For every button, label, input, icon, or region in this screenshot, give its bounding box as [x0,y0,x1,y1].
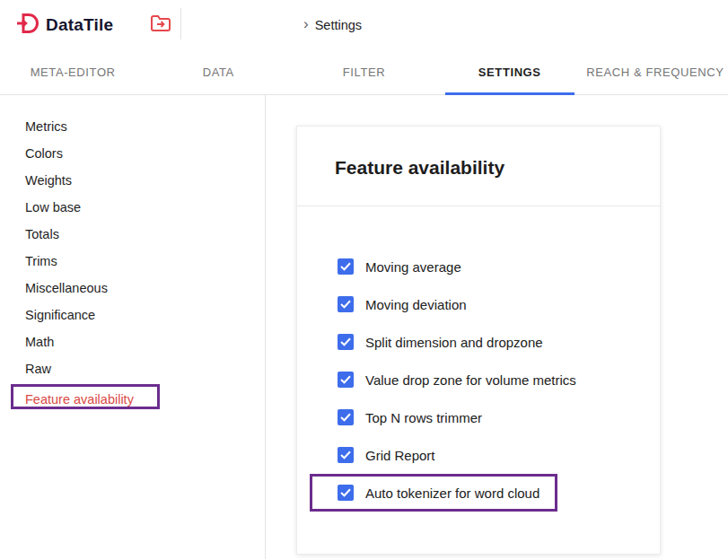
sidebar-item-feature-availability[interactable]: Feature availability [11,384,160,409]
checkbox-label[interactable]: Moving deviation [365,297,467,312]
brand-name: DataTile [46,15,113,35]
sidebar-item-trims[interactable]: Trims [0,248,265,275]
tab-reach-frequency[interactable]: REACH & FREQUENCY [583,49,728,94]
tab-filter[interactable]: FILTER [291,49,436,94]
breadcrumb: › Settings [303,0,362,49]
tab-meta-editor[interactable]: META-EDITOR [0,49,145,94]
card-title: Feature availability [297,127,660,206]
checkbox-label[interactable]: Top N rows trimmer [365,410,482,425]
check-icon [340,337,351,346]
tab-data[interactable]: DATA [145,49,291,94]
content-area: Metrics Colors Weights Low base Totals T… [0,95,728,559]
feature-checkbox-list: Moving average Moving deviation Split di… [297,206,660,512]
tab-settings[interactable]: SETTINGS [437,49,583,94]
tab-bar: META-EDITOR DATA FILTER SETTINGS REACH &… [0,49,728,95]
header-divider [180,8,181,39]
checkbox-checked[interactable] [338,409,354,425]
sidebar-item-low-base[interactable]: Low base [0,194,265,221]
sidebar-item-colors[interactable]: Colors [0,140,265,167]
checkbox-label[interactable]: Grid Report [365,448,435,463]
feature-availability-card: Feature availability Moving average Movi… [296,126,661,555]
checkbox-label[interactable]: Split dimension and dropzone [365,335,543,350]
breadcrumb-settings[interactable]: Settings [315,18,362,32]
checkbox-row-value-drop-zone[interactable]: Value drop zone for volume metrics [297,361,660,398]
check-icon [340,413,351,422]
sidebar-item-math[interactable]: Math [0,328,265,355]
checkbox-checked[interactable] [338,258,354,275]
checkbox-row-auto-tokenizer[interactable]: Auto tokenizer for word cloud [310,474,557,512]
sidebar-item-raw[interactable]: Raw [0,355,265,382]
sidebar-item-miscellaneous[interactable]: Miscellaneous [0,275,265,302]
check-icon [340,262,351,271]
check-icon [340,375,351,384]
checkbox-checked[interactable] [338,334,354,350]
checkbox-row-grid-report[interactable]: Grid Report [297,436,660,474]
checkbox-checked[interactable] [338,296,354,312]
checkbox-row-top-n-trimmer[interactable]: Top N rows trimmer [297,398,660,436]
main-area: Feature availability Moving average Movi… [266,95,728,559]
checkbox-row-moving-average[interactable]: Moving average [297,248,660,285]
checkbox-checked[interactable] [338,447,354,463]
check-icon [340,488,351,497]
sidebar-item-totals[interactable]: Totals [0,221,265,248]
datatile-logo[interactable]: DataTile [16,12,113,39]
checkbox-row-split-dimension[interactable]: Split dimension and dropzone [297,323,660,361]
settings-sidebar: Metrics Colors Weights Low base Totals T… [0,95,266,559]
app-header: DataTile › Settings [0,0,728,49]
checkbox-label[interactable]: Value drop zone for volume metrics [365,372,576,388]
check-icon [340,300,351,309]
checkbox-label[interactable]: Moving average [365,259,461,275]
checkbox-label[interactable]: Auto tokenizer for word cloud [365,486,539,501]
checkbox-checked[interactable] [338,372,354,388]
sidebar-item-weights[interactable]: Weights [0,167,265,194]
datatile-logo-icon [16,12,39,39]
folder-icon[interactable] [150,14,171,32]
checkbox-checked[interactable] [338,485,354,501]
chevron-right-icon: › [303,16,309,31]
sidebar-item-metrics[interactable]: Metrics [0,113,265,140]
sidebar-item-significance[interactable]: Significance [0,302,265,328]
checkbox-row-moving-deviation[interactable]: Moving deviation [297,285,660,323]
check-icon [340,451,351,459]
